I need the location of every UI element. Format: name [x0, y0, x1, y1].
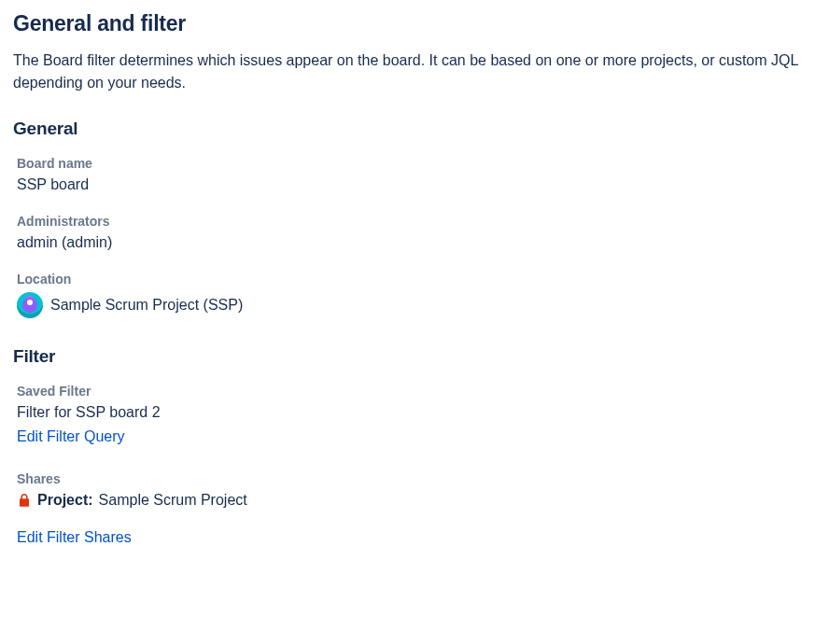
saved-filter-field: Saved Filter Filter for SSP board 2 Edit… — [13, 384, 816, 445]
administrators-value: admin (admin) — [13, 234, 816, 251]
filter-heading: Filter — [13, 346, 816, 367]
administrators-label: Administrators — [13, 214, 816, 229]
general-section: General Board name SSP board Administrat… — [13, 119, 816, 318]
shares-type-label: Project: — [37, 492, 93, 509]
saved-filter-value: Filter for SSP board 2 — [13, 404, 816, 421]
shares-label: Shares — [13, 471, 816, 486]
filter-section: Filter Saved Filter Filter for SSP board… — [13, 346, 816, 546]
location-field: Location Sample Scrum Project (SSP) — [13, 272, 816, 318]
shares-project-value: Sample Scrum Project — [99, 492, 247, 509]
lock-icon — [17, 493, 32, 508]
shares-field: Shares Project: Sample Scrum Project Edi… — [13, 471, 816, 546]
page-title: General and filter — [13, 11, 816, 36]
board-name-label: Board name — [13, 156, 816, 171]
saved-filter-label: Saved Filter — [13, 384, 816, 399]
board-name-field: Board name SSP board — [13, 156, 816, 193]
location-value: Sample Scrum Project (SSP) — [50, 297, 243, 314]
edit-filter-shares-link[interactable]: Edit Filter Shares — [13, 529, 132, 546]
general-heading: General — [13, 119, 816, 139]
project-avatar-icon — [17, 292, 43, 318]
administrators-field: Administrators admin (admin) — [13, 214, 816, 251]
edit-filter-query-link[interactable]: Edit Filter Query — [13, 428, 125, 445]
board-name-value: SSP board — [13, 176, 816, 193]
page-description: The Board filter determines which issues… — [13, 49, 816, 94]
location-label: Location — [13, 272, 816, 287]
